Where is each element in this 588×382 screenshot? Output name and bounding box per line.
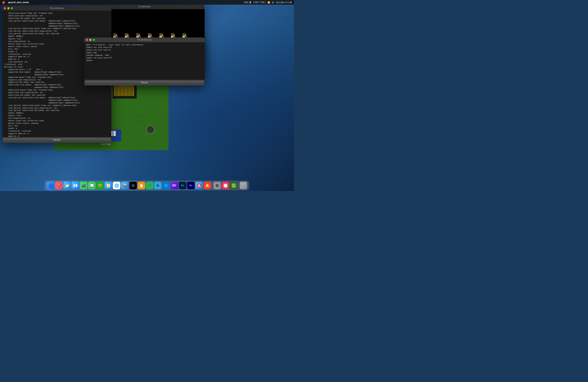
dock-divider-2 bbox=[238, 182, 239, 189]
telnet-monitor-content: QEMU 7.0.0 monitor - type 'help' for mor… bbox=[84, 42, 205, 86]
telnet-main-refresh-button[interactable]: Refresh bbox=[3, 138, 110, 142]
close-button[interactable] bbox=[4, 7, 6, 9]
app-name[interactable]: quard_star_tools bbox=[8, 1, 29, 4]
apple-menu[interactable]: 🍎 bbox=[2, 1, 5, 4]
telnet-main-refresh-bar: Refresh bbox=[2, 137, 111, 143]
menubar: 🍎 quard_star_tools 19% 🔋 0 KB↑ 0 KB↓ 📶 🔊… bbox=[0, 0, 294, 5]
dock: 🔵 🚀 📁 📧 📹 💬 💚 🧭 🌐 📦 ⬛ 📋 🎵 ✈️ 🔷 QC Ps Pr … bbox=[45, 181, 249, 190]
svg-text:Board: Board bbox=[133, 119, 144, 123]
dock-mail[interactable]: 📧 bbox=[71, 182, 79, 189]
clock: Sun Dec 4 1:46 bbox=[276, 1, 292, 4]
monitor-close-button[interactable] bbox=[86, 39, 88, 41]
dock-app-store[interactable]: 🅰️ bbox=[195, 182, 203, 189]
dock-telegram[interactable]: ✈️ bbox=[154, 182, 162, 189]
network-stats: 0 KB↑ 0 KB↓ bbox=[253, 1, 266, 3]
svg-point-64 bbox=[148, 127, 153, 132]
dock-safari[interactable]: 🧭 bbox=[105, 182, 112, 189]
dock-notifications[interactable]: 🔔 bbox=[204, 182, 211, 189]
dock-qc[interactable]: QC bbox=[170, 182, 178, 189]
dock-photoshop[interactable]: Ps bbox=[179, 182, 186, 189]
svg-text:Quard Star: Quard Star bbox=[129, 114, 148, 118]
telnet-monitor-terminal[interactable]: QEMU 7.0.0 monitor - type 'help' for mor… bbox=[84, 42, 205, 80]
monitor-minimize-button[interactable] bbox=[89, 39, 91, 41]
vnc-title: VncWindow bbox=[138, 5, 150, 8]
telnet-monitor-title: TelnetWindow bbox=[137, 39, 151, 41]
dock-clipboard[interactable]: 📋 bbox=[138, 182, 145, 189]
minimize-button[interactable] bbox=[7, 7, 9, 9]
dock-board-tools[interactable]: 🟩 bbox=[230, 182, 237, 189]
dock-vscode[interactable]: 🔷 bbox=[162, 182, 170, 189]
dock-finder[interactable]: 🔵 bbox=[47, 182, 54, 189]
volume-icon: 🔊 bbox=[272, 1, 274, 4]
monitor-output: QEMU 7.0.0 monitor - type 'help' for mor… bbox=[86, 44, 203, 62]
dock-files[interactable]: 📁 bbox=[63, 182, 71, 189]
dock-terminal[interactable]: ⬛ bbox=[129, 182, 137, 189]
svg-rect-57 bbox=[113, 131, 116, 136]
monitor-refresh-button[interactable]: Refresh bbox=[85, 81, 204, 84]
dock-facetime[interactable]: 📹 bbox=[80, 182, 87, 189]
dock-trash[interactable]: 🗑️ bbox=[240, 182, 247, 189]
dock-messages[interactable]: 💬 bbox=[88, 182, 96, 189]
dock-wechat[interactable]: 💚 bbox=[96, 182, 104, 189]
dock-launchpad[interactable]: 🚀 bbox=[55, 182, 63, 189]
telnet-main-titlebar: TelnetWindow bbox=[2, 6, 111, 11]
monitor-refresh-bar: Refresh bbox=[84, 80, 205, 86]
menubar-right: 19% 🔋 0 KB↑ 0 KB↓ 📶 🔊 Sun Dec 4 1:46 bbox=[244, 1, 292, 4]
dock-chrome[interactable]: 🌐 bbox=[113, 182, 120, 189]
telnet-main-title: TelnetWindow bbox=[50, 7, 64, 9]
menubar-left: 🍎 quard_star_tools bbox=[2, 1, 29, 4]
telnet-monitor-window: TelnetWindow QEMU 7.0.0 monitor - type '… bbox=[84, 38, 205, 86]
dock-settings[interactable]: ⚙️ bbox=[213, 182, 221, 189]
svg-text:BOOT选项: BOOT选项 bbox=[101, 143, 110, 145]
battery-percent: 19% 🔋 bbox=[244, 1, 252, 4]
wifi-icon: 📶 bbox=[268, 1, 270, 4]
monitor-maximize-button[interactable] bbox=[93, 39, 95, 41]
dock-premiere[interactable]: Pr bbox=[187, 182, 195, 189]
dock-appstore[interactable]: 📦 bbox=[121, 182, 129, 189]
telnet-monitor-titlebar: TelnetWindow bbox=[84, 38, 205, 42]
maximize-button[interactable] bbox=[11, 7, 13, 9]
dock-recents[interactable]: 🕐 bbox=[222, 182, 229, 189]
dock-spotify[interactable]: 🎵 bbox=[146, 182, 153, 189]
